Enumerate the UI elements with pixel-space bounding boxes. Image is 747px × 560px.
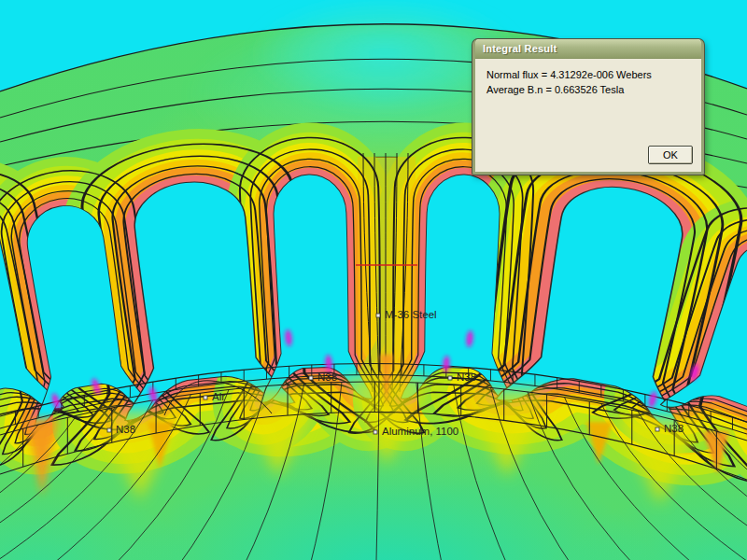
block-label: Aluminum, 1100 bbox=[374, 426, 458, 437]
block-label-marker bbox=[107, 428, 111, 432]
label-m36-steel: M-36 Steel bbox=[385, 309, 437, 320]
dialog-title: Integral Result bbox=[483, 43, 557, 54]
block-label-marker bbox=[448, 376, 452, 380]
block-label-marker bbox=[655, 427, 659, 431]
label-air: Air bbox=[212, 391, 225, 402]
label-n38-4: N38 bbox=[664, 423, 684, 434]
dialog-body: Normal flux = 4.31292e-006 Webers Averag… bbox=[475, 59, 701, 172]
block-label-marker bbox=[309, 376, 313, 380]
block-label-marker bbox=[374, 430, 377, 434]
label-n38-3: N38 bbox=[116, 424, 135, 435]
femm-window: M-36 Steel N38 N38 Air Aluminum, 1100 N3… bbox=[0, 0, 747, 560]
block-label-marker bbox=[204, 396, 207, 399]
block-label: M-36 Steel bbox=[376, 309, 437, 320]
label-n38-1: N38 bbox=[317, 371, 337, 383]
dialog-titlebar[interactable]: Integral Result bbox=[475, 39, 701, 59]
integral-result-dialog: Integral Result Normal flux = 4.31292e-0… bbox=[472, 39, 704, 175]
result-normal-flux: Normal flux = 4.31292e-006 Webers bbox=[486, 69, 701, 80]
result-average-bn: Average B.n = 0.663526 Tesla bbox=[486, 84, 701, 95]
label-aluminum: Aluminum, 1100 bbox=[382, 426, 458, 437]
label-n38-2: N38 bbox=[457, 371, 476, 383]
block-label-marker bbox=[376, 314, 380, 317]
ok-button[interactable]: OK bbox=[648, 146, 693, 164]
